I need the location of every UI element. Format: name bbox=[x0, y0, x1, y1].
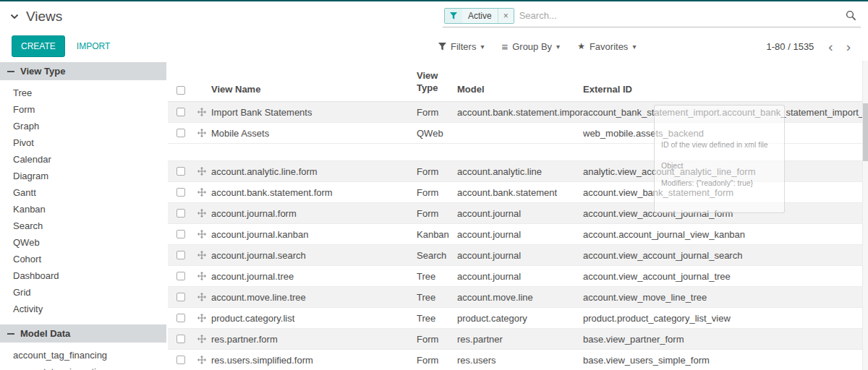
search-icon[interactable] bbox=[844, 10, 858, 21]
row-checkbox[interactable] bbox=[176, 167, 185, 176]
scrollbar-thumb[interactable] bbox=[863, 103, 868, 161]
row-checkbox[interactable] bbox=[176, 293, 185, 301]
row-checkbox[interactable] bbox=[176, 251, 185, 259]
view-name-cell: account.journal.tree bbox=[210, 271, 417, 282]
row-checkbox[interactable] bbox=[176, 314, 185, 322]
create-button[interactable]: CREATE bbox=[12, 35, 65, 57]
sidebar-item[interactable]: Kanban bbox=[0, 201, 168, 218]
column-header-view-name[interactable]: View Name bbox=[210, 84, 417, 95]
sidebar-item[interactable]: Diagram bbox=[0, 168, 168, 184]
row-checkbox[interactable] bbox=[176, 188, 185, 197]
table-row[interactable]: product.category.list Tree product.categ… bbox=[168, 308, 868, 329]
search-bar[interactable]: Active × bbox=[443, 7, 861, 27]
model-cell: account.journal bbox=[457, 229, 583, 240]
sidebar-item[interactable]: Activity bbox=[0, 301, 168, 317]
drag-handle-icon[interactable] bbox=[197, 293, 206, 301]
facet-label: Active bbox=[462, 9, 498, 23]
sidebar-item[interactable]: QWeb bbox=[0, 234, 168, 251]
row-checkbox[interactable] bbox=[176, 272, 185, 280]
row-checkbox[interactable] bbox=[176, 108, 185, 116]
pager-range: 1-80 / 1535 bbox=[767, 41, 814, 52]
external-id-cell: account.view_move_line_tree bbox=[583, 292, 868, 303]
drag-handle-icon[interactable] bbox=[197, 188, 206, 197]
external-id-cell: base.view_partner_form bbox=[583, 334, 868, 345]
model-cell: res.users bbox=[457, 355, 583, 366]
row-checkbox[interactable] bbox=[176, 356, 185, 364]
pager-next-button[interactable]: › bbox=[841, 40, 856, 53]
sidebar-section-header[interactable]: View Type bbox=[0, 62, 166, 80]
external-id-cell: account.view_account_journal_tree bbox=[583, 271, 868, 282]
sidebar-item[interactable]: Search bbox=[0, 218, 168, 234]
view-type-cell: Form bbox=[417, 208, 457, 219]
vertical-scrollbar[interactable] bbox=[862, 61, 868, 370]
drag-handle-icon[interactable] bbox=[197, 209, 206, 218]
sidebar-item[interactable]: Dashboard bbox=[0, 267, 168, 284]
sidebar-item[interactable]: Calendar bbox=[0, 151, 168, 168]
chevron-down-icon[interactable] bbox=[10, 14, 19, 20]
column-header-model[interactable]: Model bbox=[457, 84, 583, 95]
drag-handle-icon[interactable] bbox=[197, 251, 206, 259]
model-cell: account.analytic.line bbox=[457, 166, 583, 177]
search-input[interactable] bbox=[519, 10, 844, 21]
external-id-cell: account.account_journal_view_kanban bbox=[583, 229, 868, 240]
filter-funnel-icon bbox=[445, 9, 462, 23]
sidebar-item[interactable]: Form bbox=[0, 101, 168, 118]
sidebar-item[interactable]: Cohort bbox=[0, 251, 168, 267]
model-cell: product.category bbox=[457, 313, 583, 324]
group-by-dropdown[interactable]: ≡ Group By ▾ bbox=[501, 41, 560, 52]
sidebar-section-header[interactable]: Model Data bbox=[0, 324, 166, 343]
view-type-cell: Form bbox=[417, 187, 457, 198]
drag-handle-icon[interactable] bbox=[197, 335, 206, 343]
view-type-cell: Search bbox=[417, 250, 457, 261]
drag-handle-icon[interactable] bbox=[197, 167, 206, 176]
drag-handle-icon[interactable] bbox=[197, 230, 206, 238]
view-name-cell: account.bank.statement.form bbox=[210, 187, 417, 198]
group-by-label: Group By bbox=[512, 41, 552, 52]
sidebar-section: Model Data account_tag_financing account… bbox=[0, 324, 168, 370]
row-checkbox[interactable] bbox=[176, 209, 185, 218]
sidebar-item[interactable]: account_tag_investing bbox=[0, 363, 168, 370]
sidebar-item[interactable]: Pivot bbox=[0, 134, 168, 151]
star-icon: ★ bbox=[577, 41, 585, 51]
table-row[interactable]: account.journal.kanban Kanban account.jo… bbox=[168, 224, 868, 245]
drag-handle-icon[interactable] bbox=[197, 108, 206, 116]
view-name-cell: product.category.list bbox=[210, 313, 417, 324]
table-row[interactable]: account.journal.tree Tree account.journa… bbox=[168, 266, 868, 287]
table-row[interactable]: res.users.simplified.form Form res.users… bbox=[168, 350, 868, 370]
favorites-dropdown[interactable]: ★ Favorites ▾ bbox=[577, 41, 636, 52]
row-checkbox[interactable] bbox=[176, 129, 185, 137]
external-id-cell: base.view_users_simple_form bbox=[583, 355, 868, 366]
sidebar-item[interactable]: Tree bbox=[0, 85, 168, 101]
filters-label: Filters bbox=[451, 41, 476, 52]
view-type-cell: Kanban bbox=[417, 229, 457, 240]
select-all-checkbox[interactable] bbox=[176, 86, 185, 95]
remove-facet-icon[interactable]: × bbox=[498, 9, 514, 23]
tooltip-object-text: Object bbox=[661, 161, 778, 170]
view-name-cell: Mobile Assets bbox=[210, 128, 417, 139]
column-header-external-id[interactable]: External ID bbox=[583, 84, 868, 95]
drag-handle-icon[interactable] bbox=[197, 314, 206, 322]
drag-handle-icon[interactable] bbox=[197, 129, 206, 137]
caret-down-icon: ▾ bbox=[480, 43, 484, 51]
sidebar-item[interactable]: Gantt bbox=[0, 184, 168, 201]
table-row[interactable]: res.partner.form Form res.partner base.v… bbox=[168, 329, 868, 350]
filters-dropdown[interactable]: Filters ▾ bbox=[438, 41, 484, 52]
tooltip-modifiers-text: Modifiers: {"readonly": true} bbox=[661, 178, 778, 187]
row-checkbox[interactable] bbox=[176, 230, 185, 238]
sidebar-item[interactable]: Graph bbox=[0, 118, 168, 134]
column-header-view-type[interactable]: View Type bbox=[417, 69, 457, 95]
external-id-cell: product.product_category_list_view bbox=[583, 313, 868, 324]
table-row[interactable]: account.move.line.tree Tree account.move… bbox=[168, 287, 868, 308]
drag-handle-icon[interactable] bbox=[197, 272, 206, 280]
model-cell: account.bank.statement bbox=[457, 187, 583, 198]
section-title: Model Data bbox=[20, 328, 70, 339]
drag-handle-icon[interactable] bbox=[197, 356, 206, 364]
row-checkbox[interactable] bbox=[176, 335, 185, 343]
model-cell: res.partner bbox=[457, 334, 583, 345]
pager-previous-button[interactable]: ‹ bbox=[822, 40, 838, 53]
table-row[interactable]: account.journal.search Search account.jo… bbox=[168, 245, 868, 266]
top-bar: Views Active × bbox=[0, 1, 868, 32]
sidebar-item[interactable]: Grid bbox=[0, 284, 168, 301]
import-button[interactable]: IMPORT bbox=[77, 41, 110, 51]
sidebar-item[interactable]: account_tag_financing bbox=[0, 347, 168, 363]
